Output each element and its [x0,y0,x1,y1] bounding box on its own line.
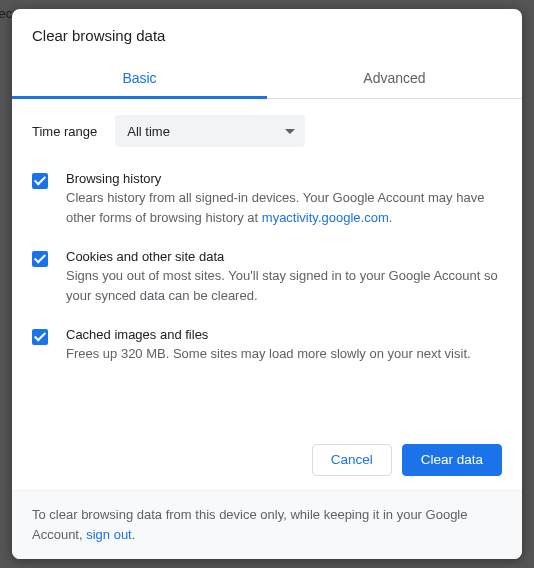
tab-advanced[interactable]: Advanced [267,60,522,98]
option-desc: Clears history from all signed-in device… [66,188,502,227]
option-desc: Frees up 320 MB. Some sites may load mor… [66,344,502,364]
option-title: Cached images and files [66,327,502,342]
checkbox-cookies[interactable] [32,251,48,267]
dialog-title: Clear browsing data [12,9,522,60]
option-cookies: Cookies and other site data Signs you ou… [32,249,502,305]
time-range-label: Time range [32,124,97,139]
option-browsing-history: Browsing history Clears history from all… [32,171,502,227]
checkbox-cache[interactable] [32,329,48,345]
checkbox-browsing-history[interactable] [32,173,48,189]
option-desc: Signs you out of most sites. You'll stay… [66,266,502,305]
time-range-row: Time range All time [32,115,502,147]
tab-basic[interactable]: Basic [12,60,267,98]
tabs: Basic Advanced [12,60,522,99]
chevron-down-icon [285,129,295,134]
sign-out-link[interactable]: sign out [86,527,132,542]
time-range-select[interactable]: All time [115,115,305,147]
dialog-actions: Cancel Clear data [12,430,522,490]
option-title: Browsing history [66,171,502,186]
option-cache: Cached images and files Frees up 320 MB.… [32,327,502,364]
clear-browsing-data-dialog: Clear browsing data Basic Advanced Time … [12,9,522,559]
time-range-value: All time [127,124,170,139]
dialog-body: Time range All time Browsing history Cle… [12,99,522,430]
dialog-footer: To clear browsing data from this device … [12,490,522,559]
cancel-button[interactable]: Cancel [312,444,392,476]
option-title: Cookies and other site data [66,249,502,264]
myactivity-link[interactable]: myactivity.google.com [262,210,389,225]
clear-data-button[interactable]: Clear data [402,444,502,476]
